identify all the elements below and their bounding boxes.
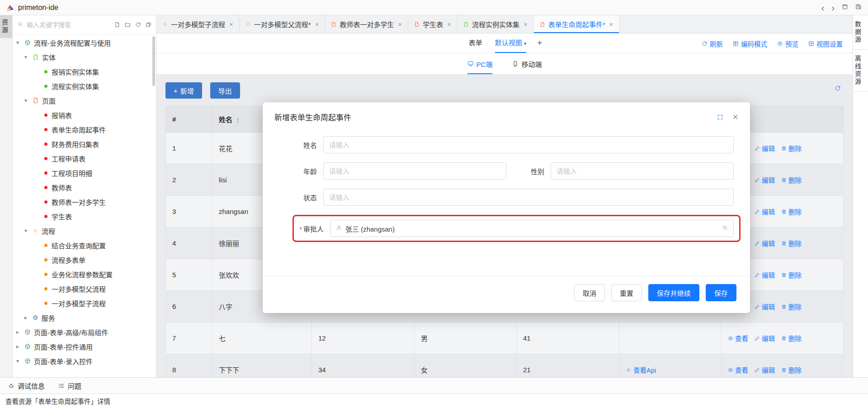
- rail-tab-offline-resources[interactable]: 离线资源: [853, 50, 868, 92]
- edit-link[interactable]: 编辑: [755, 302, 775, 311]
- tree-item[interactable]: 工程申请表: [13, 151, 156, 166]
- caret-down-icon[interactable]: ▾: [24, 97, 32, 104]
- view-link[interactable]: 查看: [728, 333, 748, 343]
- cancel-button[interactable]: 取消: [574, 284, 605, 301]
- status-field[interactable]: [323, 189, 734, 206]
- table-refresh-icon[interactable]: [835, 85, 841, 91]
- collapse-all-icon[interactable]: [146, 22, 151, 28]
- forward-icon[interactable]: ›: [831, 3, 835, 12]
- view-link[interactable]: 查看: [728, 365, 748, 375]
- add-button[interactable]: +新增: [165, 82, 202, 99]
- tree-item[interactable]: 学生表: [13, 209, 156, 223]
- tree-item[interactable]: 教师表一对多学生: [13, 195, 156, 209]
- fullscreen-icon[interactable]: [717, 114, 723, 120]
- delete-link[interactable]: 删除: [781, 143, 802, 153]
- tab-process-instance-entity[interactable]: 流程实例实体集×: [458, 15, 534, 33]
- edit-link[interactable]: 编辑: [755, 365, 775, 375]
- tree-item[interactable]: ▾页面: [13, 93, 156, 108]
- tab-debug-info[interactable]: 调试信息: [8, 381, 45, 390]
- sort-icons[interactable]: ▲▼: [236, 117, 240, 123]
- close-tab-icon[interactable]: ×: [447, 20, 451, 28]
- tree-item[interactable]: ▾流程-业务流程配置与使用: [13, 35, 156, 50]
- form-tab[interactable]: 表单: [469, 33, 482, 53]
- view-settings-button[interactable]: 视图设置: [808, 39, 843, 48]
- tree-item[interactable]: ▸页面-表单-控件通用: [13, 339, 156, 354]
- caret-down-icon[interactable]: ▾: [16, 39, 24, 46]
- delete-link[interactable]: 删除: [781, 333, 802, 343]
- tree-item[interactable]: 教师表: [13, 180, 156, 195]
- add-view-button[interactable]: +: [537, 33, 542, 53]
- close-tab-icon[interactable]: ×: [315, 20, 319, 28]
- rail-tab-resources[interactable]: 资源: [0, 15, 12, 38]
- edit-link[interactable]: 编辑: [755, 270, 775, 280]
- name-field[interactable]: [323, 136, 734, 153]
- tree-item[interactable]: 业务化流程参数配置: [13, 267, 156, 281]
- tab-one-to-many-child-process[interactable]: 一对多模型子流程×: [156, 15, 240, 33]
- edit-link[interactable]: 编辑: [755, 207, 775, 216]
- caret-down-icon[interactable]: ▾: [16, 358, 24, 364]
- delete-link[interactable]: 删除: [781, 365, 802, 375]
- edit-link[interactable]: 编辑: [755, 238, 775, 248]
- age-field[interactable]: [323, 162, 506, 180]
- tree-item[interactable]: 财务费用归集表: [13, 137, 156, 151]
- tab-teacher-students[interactable]: 教师表一对多学生×: [325, 15, 408, 33]
- tree-item[interactable]: 表单生命周起事件: [13, 122, 156, 137]
- refresh-button[interactable]: 刷新: [702, 39, 723, 48]
- tree-item[interactable]: 流程多表单: [13, 252, 156, 267]
- caret-right-icon[interactable]: ▸: [24, 314, 32, 321]
- reset-button[interactable]: 重置: [611, 284, 642, 301]
- close-tab-icon[interactable]: ×: [398, 20, 402, 28]
- tab-form-lifecycle-event[interactable]: 表单生命周起事件*×: [534, 15, 620, 33]
- tab-student-table[interactable]: 学生表×: [408, 15, 458, 33]
- default-view-tab[interactable]: 默认视图▾: [495, 33, 527, 53]
- delete-link[interactable]: 删除: [781, 302, 802, 311]
- tab-pc[interactable]: PC端: [467, 53, 493, 74]
- edit-link[interactable]: 编辑: [755, 333, 775, 343]
- save-button[interactable]: 保存: [706, 284, 736, 301]
- reveal-file-icon[interactable]: [114, 22, 120, 28]
- edit-link[interactable]: 编辑: [755, 175, 775, 185]
- caret-down-icon[interactable]: ▾: [24, 54, 32, 60]
- delete-link[interactable]: 删除: [781, 207, 802, 216]
- search-icon[interactable]: [722, 225, 728, 232]
- tree-item[interactable]: 一对多模型子流程: [13, 296, 156, 310]
- tree-item[interactable]: ▸页面-表单-高级/布局组件: [13, 325, 156, 339]
- tree-item[interactable]: 结合业务查询配置: [13, 238, 156, 252]
- caret-down-icon[interactable]: ▾: [24, 228, 32, 234]
- refresh-icon[interactable]: [135, 22, 141, 28]
- export-button[interactable]: 导出: [210, 82, 240, 99]
- search-input[interactable]: [26, 21, 114, 29]
- window-icon[interactable]: [842, 4, 848, 11]
- sidebar-scrollbar[interactable]: [152, 36, 155, 86]
- edit-link[interactable]: 编辑: [755, 143, 775, 153]
- save-icon[interactable]: [855, 4, 862, 11]
- preview-button[interactable]: 预览: [777, 39, 798, 48]
- tree-item[interactable]: 报销实例实体集: [13, 64, 156, 79]
- delete-link[interactable]: 删除: [781, 175, 802, 185]
- tree-item[interactable]: 一对多模型父流程: [13, 281, 156, 296]
- tree-item[interactable]: ▾页面-表单-录入控件: [13, 354, 156, 368]
- tree-item[interactable]: ▸⚙服务: [13, 310, 156, 325]
- close-tab-icon[interactable]: ×: [609, 20, 613, 28]
- tree-item[interactable]: ▾流程: [13, 223, 156, 238]
- tab-mobile[interactable]: 移动端: [512, 53, 542, 74]
- view-api-link[interactable]: 查看Api: [626, 365, 656, 375]
- tab-problems[interactable]: 问题: [58, 381, 81, 390]
- tree-item[interactable]: 报销表: [13, 108, 156, 122]
- close-tab-icon[interactable]: ×: [524, 20, 528, 28]
- delete-link[interactable]: 删除: [781, 270, 802, 280]
- approver-field[interactable]: 张三 (zhangsan): [330, 220, 734, 237]
- gender-field[interactable]: [551, 162, 734, 180]
- code-mode-button[interactable]: 编码模式: [733, 39, 767, 48]
- tree-item[interactable]: 流程实例实体集: [13, 79, 156, 93]
- rail-tab-datasource[interactable]: 数据源: [853, 15, 868, 50]
- tab-one-to-many-parent-process[interactable]: 一对多模型父流程*×: [240, 15, 326, 33]
- caret-right-icon[interactable]: ▸: [16, 343, 24, 350]
- close-icon[interactable]: ×: [732, 112, 738, 122]
- tree-item[interactable]: ▾实体: [13, 50, 156, 64]
- back-icon[interactable]: ‹: [821, 3, 825, 12]
- caret-right-icon[interactable]: ▸: [16, 329, 24, 335]
- close-tab-icon[interactable]: ×: [229, 20, 233, 28]
- tree-item[interactable]: 工程项目明细: [13, 166, 156, 180]
- folder-icon[interactable]: [125, 22, 131, 28]
